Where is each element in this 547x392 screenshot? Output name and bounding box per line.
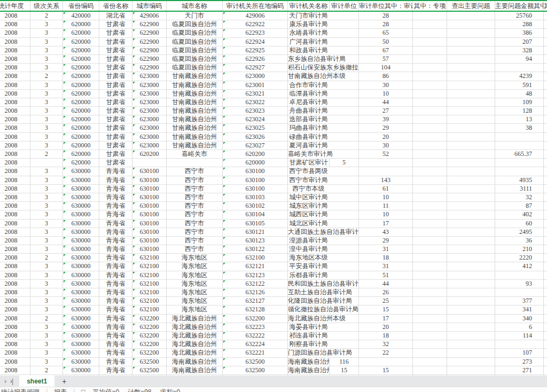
cell[interactable] [413, 366, 447, 374]
cell[interactable]: 3 [30, 288, 63, 296]
cell[interactable]: 630000 [63, 315, 99, 323]
cell[interactable]: 10 [359, 210, 413, 218]
cell[interactable]: 甘南藏族自治州 [167, 98, 223, 106]
cell[interactable] [413, 159, 447, 167]
cell[interactable]: 623022 [223, 98, 288, 106]
cell[interactable]: 2 [30, 12, 63, 20]
cell[interactable] [495, 271, 544, 279]
cell[interactable] [447, 107, 495, 115]
cell[interactable]: 620000 [63, 98, 99, 106]
cell[interactable]: 青海省 [99, 245, 132, 253]
cell[interactable]: 甘肃省 [99, 81, 132, 89]
cell[interactable]: 甘肃省 [99, 142, 132, 150]
cell[interactable] [413, 271, 447, 279]
cell[interactable] [544, 107, 547, 115]
cell[interactable]: 甘肃省 [99, 159, 132, 167]
cell[interactable]: 622900 [132, 46, 167, 54]
cell[interactable] [413, 185, 447, 193]
cell[interactable]: 341 [495, 305, 544, 313]
cell-org-name[interactable]: 湟源县审计局 [288, 237, 359, 245]
cell[interactable] [413, 332, 447, 340]
cell[interactable]: 620000 [63, 159, 99, 167]
cell[interactable]: 620000 [63, 29, 99, 37]
cell[interactable]: 2008 [0, 167, 30, 175]
cell[interactable]: 632200 [132, 332, 167, 340]
cell[interactable]: 湖北省 [99, 12, 132, 20]
cell[interactable]: 青海省 [99, 254, 132, 262]
cell[interactable] [413, 219, 447, 228]
cell[interactable]: 3 [30, 228, 63, 236]
cell[interactable] [413, 297, 447, 305]
cell[interactable] [544, 210, 547, 218]
cell[interactable]: 3 [30, 142, 63, 150]
cell[interactable]: 临夏回族自治州 [167, 38, 223, 46]
cell[interactable]: 31 [359, 245, 413, 253]
cell[interactable] [495, 133, 544, 141]
cell[interactable]: 26 [359, 288, 413, 296]
cell[interactable]: 海北藏族自治州 [167, 349, 223, 357]
cell[interactable]: 13 [495, 115, 544, 123]
cell[interactable]: 630100 [132, 176, 167, 184]
cell[interactable]: 632221 [223, 349, 288, 357]
add-sheet-button[interactable]: + [62, 378, 66, 385]
cell[interactable]: 17 [359, 315, 413, 323]
cell[interactable] [447, 323, 495, 331]
cell[interactable]: 海东地区 [167, 254, 223, 262]
cell[interactable]: 临夏回族自治州 [167, 64, 223, 72]
cell[interactable]: 2008 [0, 358, 30, 366]
cell[interactable]: 2008 [0, 271, 30, 279]
cell[interactable]: 32 [359, 340, 413, 348]
cell[interactable]: 622923 [223, 29, 288, 37]
header-cell-1[interactable]: 级次关系 [30, 1, 63, 11]
cell[interactable] [413, 124, 447, 132]
cell[interactable]: 20 [359, 133, 413, 141]
cell[interactable]: 632222 [223, 332, 288, 340]
cell[interactable]: 海东地区 [167, 262, 223, 270]
cell[interactable] [495, 159, 544, 167]
cell[interactable] [167, 159, 223, 167]
cell[interactable]: 630103 [223, 193, 288, 201]
cell[interactable] [447, 297, 495, 305]
cell[interactable] [413, 38, 447, 46]
cell[interactable] [447, 358, 495, 366]
cell[interactable]: 甘肃省 [99, 107, 132, 115]
cell[interactable] [413, 142, 447, 150]
cell[interactable] [413, 133, 447, 141]
cell[interactable]: 29 [359, 237, 413, 245]
cell-org-name[interactable]: 东乡族自治县审计局 [288, 55, 359, 63]
cell[interactable]: 青海省 [99, 288, 132, 296]
cell[interactable]: 2 [30, 72, 63, 80]
cell[interactable]: 630000 [63, 297, 99, 305]
cell-org-name[interactable]: 碌曲县审计局 [288, 133, 359, 141]
cell[interactable]: 2008 [0, 142, 30, 150]
cell[interactable]: 630100 [132, 219, 167, 228]
cell[interactable] [544, 280, 547, 288]
cell[interactable]: 3 [30, 55, 63, 63]
cell[interactable] [413, 72, 447, 80]
cell[interactable]: 623021 [223, 90, 288, 98]
cell[interactable]: 630000 [63, 228, 99, 236]
cell[interactable]: 青海省 [99, 262, 132, 270]
cell[interactable]: 61 [359, 185, 413, 193]
cell[interactable]: 西宁市 [167, 245, 223, 253]
cell[interactable]: 嘉峪关市 [167, 150, 223, 158]
cell[interactable]: 25760 [495, 12, 544, 20]
cell[interactable]: 2008 [0, 133, 30, 141]
cell[interactable]: 2008 [0, 340, 30, 348]
cell[interactable] [544, 55, 547, 63]
cell[interactable]: 2220 [495, 254, 544, 262]
tab-scroll-right-icon[interactable]: › [4, 378, 6, 385]
cell[interactable]: 620000 [63, 142, 99, 150]
cell[interactable]: 340 [495, 315, 544, 323]
cell[interactable] [544, 90, 547, 98]
cell[interactable]: 632500 [223, 358, 288, 366]
cell[interactable]: 甘南藏族自治州 [167, 90, 223, 98]
cell[interactable] [413, 245, 447, 253]
cell[interactable] [495, 288, 544, 296]
cell[interactable]: 3 [30, 262, 63, 270]
cell[interactable]: 622900 [132, 55, 167, 63]
cell[interactable]: 3 [30, 323, 63, 331]
cell[interactable]: 27 [359, 107, 413, 115]
cell[interactable]: 620000 [63, 55, 99, 63]
cell[interactable]: 3 [30, 20, 63, 28]
